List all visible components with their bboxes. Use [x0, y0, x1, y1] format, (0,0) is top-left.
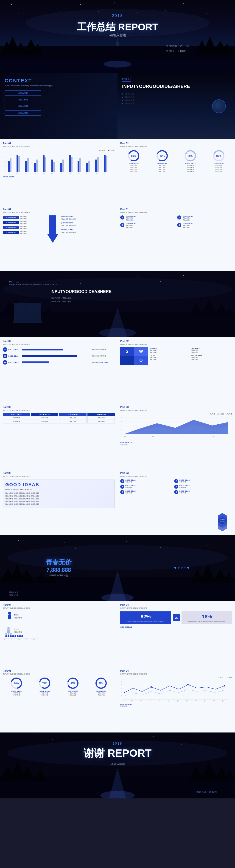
- svg-point-144: [172, 544, 172, 544]
- area-chart-svg: 5 4 3 2 1 Q1 Q2 Q3 Q4: [120, 415, 230, 440]
- closing-footer: 千图网感谢一路有你: [194, 790, 217, 794]
- svg-text:Q4: Q4: [149, 700, 151, 702]
- svg-text:6: 6: [122, 681, 122, 682]
- svg-point-5: [99, 11, 99, 12]
- bar-part-sub: INPUTYOURGOODIDEASHERE: [3, 146, 115, 148]
- swot-weakness: Weakness 请输入标题 请输入标题: [191, 347, 232, 353]
- context-slide: CONTEXT Always believe that something wo…: [0, 73, 118, 139]
- svg-point-97: [206, 279, 207, 279]
- svg-rect-42: [25, 161, 27, 172]
- dots-slide: Part 04 INPUTYOURGOODIDEASHERE X788 请输入标…: [0, 601, 118, 666]
- svg-point-215: [224, 685, 225, 686]
- svg-rect-49: [53, 162, 55, 172]
- svg-text:4: 4: [122, 421, 122, 422]
- svg-rect-54: [78, 161, 79, 172]
- context-btn-1[interactable]: 请输入标题: [5, 90, 41, 96]
- good-ideas-text-slide: Part 02 INPUTYOURGOODIDEASHERE GOOD IDEA…: [0, 469, 118, 535]
- closing-year: 2018: [83, 742, 152, 745]
- row-1: CONTEXT Always believe that something wo…: [0, 73, 235, 139]
- svg-text:Q10: Q10: [86, 173, 89, 174]
- svg-point-187: [7, 633, 9, 635]
- svg-point-238: [174, 740, 175, 740]
- line-good-ideas: GOOD IDEAS: [120, 703, 232, 705]
- svg-point-3: [64, 9, 64, 9]
- svg-point-179: [7, 635, 9, 637]
- svg-rect-45: [36, 159, 37, 172]
- context-btn-2[interactable]: 请输入标题: [5, 97, 41, 102]
- svg-point-182: [15, 635, 16, 637]
- swot-part-header: Part 02: [120, 340, 232, 342]
- svg-text:3: 3: [122, 691, 122, 693]
- figure-items: 请输入标题 请输入标题: [9, 591, 18, 596]
- list-dot: [122, 103, 123, 104]
- svg-text:Q6: Q6: [168, 700, 169, 702]
- vs-good-ideas: GOOD IDEAS: [120, 626, 232, 628]
- table-col-2: GOOD IDEAS 请输入标题 请输入标题: [31, 413, 58, 424]
- svg-text:Q3: Q3: [25, 173, 27, 174]
- arrow-part-sub: INPUTYOURGOODIDEASHERE: [3, 212, 115, 214]
- arrow-item-1: GOOD IDEAS 请输入标题请输入标题: [3, 215, 44, 219]
- svg-text:80%: 80%: [216, 155, 221, 157]
- svg-point-239: [192, 735, 193, 735]
- svg-point-9: [165, 10, 165, 10]
- closing-sub: ·请输入标题: [83, 762, 152, 766]
- svg-point-4: [80, 4, 81, 5]
- title-sub: ·请输入标题: [109, 33, 126, 37]
- svg-text:20: 20: [33, 639, 35, 641]
- svg-rect-169: [7, 629, 10, 633]
- svg-marker-22: [0, 41, 14, 55]
- svg-text:1: 1: [122, 433, 122, 435]
- svg-rect-165: [8, 615, 11, 619]
- svg-point-12: [218, 4, 218, 5]
- svg-text:2: 2: [122, 429, 122, 431]
- svg-point-164: [8, 612, 11, 615]
- context-btn-3[interactable]: 请输入标题: [5, 104, 41, 109]
- figure-sub: INPUT YOUR标题: [49, 574, 68, 577]
- svg-text:Q2: Q2: [131, 700, 133, 702]
- svg-text:Q2: Q2: [17, 173, 19, 174]
- svg-point-180: [10, 635, 12, 637]
- svg-point-32: [104, 61, 131, 67]
- area-chart-slide: Part 03 INPUTYOURGOODIDEASHERE ■ PLANE ■…: [118, 403, 235, 469]
- svg-text:68%: 68%: [14, 682, 19, 685]
- svg-point-1: [27, 8, 28, 8]
- svg-point-213: [151, 686, 152, 688]
- svg-text:Q11: Q11: [213, 700, 215, 702]
- bar-good-ideas: GOOD IDEAS: [3, 176, 115, 178]
- big-arrow-svg: [47, 215, 58, 243]
- svg-text:Q2: Q2: [152, 436, 154, 437]
- svg-text:3: 3: [122, 425, 122, 427]
- svg-rect-46: [43, 155, 45, 172]
- list-dot: [122, 97, 123, 98]
- num-item-2: 2 GOOD IDEAS 请输入标题请输入标题: [177, 215, 232, 221]
- table-slide: Part 02 INPUTYOURGOODIDEASHERE GOOD IDEA…: [0, 403, 118, 469]
- svg-rect-60: [104, 155, 106, 172]
- svg-text:Q1: Q1: [124, 436, 127, 437]
- svg-point-212: [124, 692, 125, 693]
- svg-text:Q3: Q3: [180, 436, 182, 437]
- svg-rect-50: [60, 163, 62, 172]
- svg-text:Q9: Q9: [78, 173, 80, 174]
- context-btn-4[interactable]: 请输入标题: [5, 110, 41, 116]
- row-5: Part 02 INPUTYOURGOODIDEASHERE GOOD IDEA…: [0, 403, 235, 469]
- swot-o: O: [134, 356, 148, 365]
- figure-slide: 青春无价 7,888,888 INPUT YOUR标题 请输入标题 请输入标题: [0, 535, 235, 601]
- svg-point-17: [137, 12, 138, 13]
- svg-point-233: [73, 736, 74, 736]
- svg-text:Q12: Q12: [104, 173, 106, 174]
- svg-point-236: [135, 739, 136, 739]
- svg-text:78%: 78%: [42, 682, 47, 685]
- svg-text:5: 5: [11, 639, 12, 641]
- svg-text:Q6: Q6: [51, 173, 53, 174]
- svg-point-96: [183, 275, 184, 276]
- svg-point-241: [23, 745, 23, 745]
- svg-rect-21: [0, 46, 235, 73]
- bar-chart-svg: 4 3 2 1 0: [3, 152, 113, 175]
- title-slide: 2018 工作总结 REPORT ·请输入标题 汇报时间：2018年 汇报人：千…: [0, 0, 235, 73]
- people-svg: X788 请输入标题 X322 请输入标题 0 5 10 15 20: [3, 611, 40, 641]
- pct-part-sub: INPUTYOURGOODIDEASHERE: [120, 146, 232, 148]
- svg-rect-39: [10, 158, 11, 172]
- pct-large-3: 88% GOOD IDEAS 请输入标题 请输入标题: [59, 677, 86, 696]
- line-part-header: Part 04: [120, 669, 232, 672]
- svg-marker-87: [47, 215, 58, 243]
